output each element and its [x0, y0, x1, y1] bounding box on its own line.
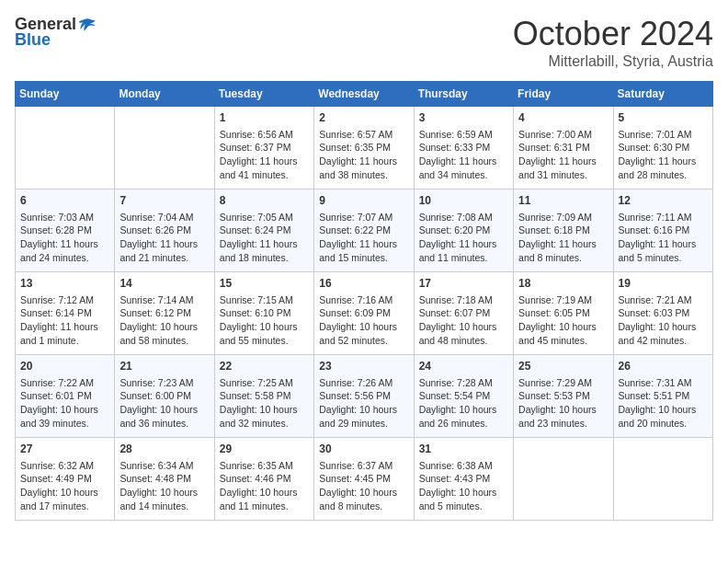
day-number: 19	[619, 276, 708, 292]
calendar-cell: 24Sunrise: 7:28 AM Sunset: 5:54 PM Dayli…	[414, 355, 513, 438]
calendar-cell: 21Sunrise: 7:23 AM Sunset: 6:00 PM Dayli…	[115, 355, 214, 438]
calendar-cell: 19Sunrise: 7:21 AM Sunset: 6:03 PM Dayli…	[613, 272, 712, 355]
weekday-header-friday: Friday	[514, 82, 613, 107]
calendar-cell: 12Sunrise: 7:11 AM Sunset: 6:16 PM Dayli…	[613, 190, 712, 272]
day-info: Sunrise: 7:16 AM Sunset: 6:09 PM Dayligh…	[319, 293, 408, 348]
day-info: Sunrise: 7:22 AM Sunset: 6:01 PM Dayligh…	[20, 376, 109, 431]
day-number: 25	[518, 359, 608, 374]
calendar-cell: 25Sunrise: 7:29 AM Sunset: 5:53 PM Dayli…	[514, 355, 613, 438]
weekday-header-monday: Monday	[115, 82, 214, 107]
day-info: Sunrise: 7:25 AM Sunset: 5:58 PM Dayligh…	[220, 376, 309, 431]
day-info: Sunrise: 7:19 AM Sunset: 6:05 PM Dayligh…	[518, 293, 608, 348]
day-info: Sunrise: 7:01 AM Sunset: 6:30 PM Dayligh…	[619, 128, 708, 182]
calendar-cell: 3Sunrise: 6:59 AM Sunset: 6:33 PM Daylig…	[414, 107, 513, 190]
calendar-cell: 9Sunrise: 7:07 AM Sunset: 6:22 PM Daylig…	[314, 190, 414, 272]
day-number: 29	[220, 442, 309, 457]
day-number: 30	[319, 442, 408, 457]
calendar-cell: 17Sunrise: 7:18 AM Sunset: 6:07 PM Dayli…	[414, 272, 513, 355]
day-number: 14	[119, 276, 209, 292]
day-number: 27	[20, 442, 109, 457]
calendar-cell: 29Sunrise: 6:35 AM Sunset: 4:46 PM Dayli…	[214, 438, 313, 521]
day-number: 26	[619, 359, 708, 374]
day-info: Sunrise: 6:59 AM Sunset: 6:33 PM Dayligh…	[419, 128, 508, 182]
day-number: 1	[220, 110, 309, 126]
day-info: Sunrise: 7:05 AM Sunset: 6:24 PM Dayligh…	[220, 211, 309, 265]
calendar-cell	[16, 107, 115, 190]
day-info: Sunrise: 6:37 AM Sunset: 4:45 PM Dayligh…	[319, 459, 408, 513]
calendar-cell: 18Sunrise: 7:19 AM Sunset: 6:05 PM Dayli…	[514, 272, 613, 355]
weekday-header-thursday: Thursday	[414, 82, 513, 107]
day-number: 21	[119, 359, 209, 374]
day-info: Sunrise: 6:35 AM Sunset: 4:46 PM Dayligh…	[220, 459, 309, 513]
calendar-week-row: 20Sunrise: 7:22 AM Sunset: 6:01 PM Dayli…	[16, 355, 713, 438]
logo-blue-text: Blue	[15, 30, 51, 50]
location-subtitle: Mitterlabill, Styria, Austria	[513, 53, 713, 70]
calendar-cell: 13Sunrise: 7:12 AM Sunset: 6:14 PM Dayli…	[16, 272, 115, 355]
calendar-cell: 10Sunrise: 7:08 AM Sunset: 6:20 PM Dayli…	[414, 190, 513, 272]
day-info: Sunrise: 7:15 AM Sunset: 6:10 PM Dayligh…	[220, 293, 309, 348]
calendar-week-row: 13Sunrise: 7:12 AM Sunset: 6:14 PM Dayli…	[16, 272, 713, 355]
calendar-cell	[115, 107, 214, 190]
calendar-cell: 6Sunrise: 7:03 AM Sunset: 6:28 PM Daylig…	[16, 190, 115, 272]
title-block: October 2024 Mitterlabill, Styria, Austr…	[513, 15, 713, 70]
day-number: 24	[419, 359, 508, 374]
calendar-week-row: 6Sunrise: 7:03 AM Sunset: 6:28 PM Daylig…	[16, 190, 713, 272]
day-number: 5	[619, 110, 708, 126]
day-number: 15	[220, 276, 309, 292]
day-info: Sunrise: 6:56 AM Sunset: 6:37 PM Dayligh…	[220, 128, 309, 182]
day-number: 13	[20, 276, 109, 292]
weekday-header-sunday: Sunday	[16, 82, 115, 107]
calendar-cell: 7Sunrise: 7:04 AM Sunset: 6:26 PM Daylig…	[115, 190, 214, 272]
day-number: 2	[319, 110, 408, 126]
day-number: 6	[20, 193, 109, 209]
day-number: 9	[319, 193, 408, 209]
day-info: Sunrise: 6:34 AM Sunset: 4:48 PM Dayligh…	[119, 459, 209, 513]
day-info: Sunrise: 7:18 AM Sunset: 6:07 PM Dayligh…	[419, 293, 508, 348]
day-number: 11	[518, 193, 608, 209]
day-number: 22	[220, 359, 309, 374]
day-number: 31	[419, 442, 508, 457]
month-title: October 2024	[513, 15, 713, 53]
logo: General Blue	[15, 15, 97, 50]
day-number: 17	[419, 276, 508, 292]
day-info: Sunrise: 7:11 AM Sunset: 6:16 PM Dayligh…	[619, 211, 708, 265]
calendar-cell: 26Sunrise: 7:31 AM Sunset: 5:51 PM Dayli…	[613, 355, 712, 438]
weekday-header-saturday: Saturday	[613, 82, 712, 107]
day-number: 10	[419, 193, 508, 209]
calendar-week-row: 27Sunrise: 6:32 AM Sunset: 4:49 PM Dayli…	[16, 438, 713, 521]
calendar-cell: 15Sunrise: 7:15 AM Sunset: 6:10 PM Dayli…	[214, 272, 313, 355]
day-number: 16	[319, 276, 408, 292]
day-number: 8	[220, 193, 309, 209]
weekday-header-row: SundayMondayTuesdayWednesdayThursdayFrid…	[16, 82, 713, 107]
calendar-cell: 27Sunrise: 6:32 AM Sunset: 4:49 PM Dayli…	[16, 438, 115, 521]
calendar-cell: 11Sunrise: 7:09 AM Sunset: 6:18 PM Dayli…	[514, 190, 613, 272]
calendar-cell: 20Sunrise: 7:22 AM Sunset: 6:01 PM Dayli…	[16, 355, 115, 438]
day-info: Sunrise: 7:00 AM Sunset: 6:31 PM Dayligh…	[518, 128, 608, 182]
day-info: Sunrise: 7:03 AM Sunset: 6:28 PM Dayligh…	[20, 211, 109, 265]
calendar-cell: 22Sunrise: 7:25 AM Sunset: 5:58 PM Dayli…	[214, 355, 313, 438]
logo-bird-icon	[78, 16, 97, 34]
calendar-cell: 28Sunrise: 6:34 AM Sunset: 4:48 PM Dayli…	[115, 438, 214, 521]
calendar-cell: 1Sunrise: 6:56 AM Sunset: 6:37 PM Daylig…	[214, 107, 313, 190]
day-number: 7	[119, 193, 209, 209]
day-info: Sunrise: 7:14 AM Sunset: 6:12 PM Dayligh…	[119, 293, 209, 348]
day-info: Sunrise: 7:07 AM Sunset: 6:22 PM Dayligh…	[319, 211, 408, 265]
day-info: Sunrise: 7:04 AM Sunset: 6:26 PM Dayligh…	[119, 211, 209, 265]
calendar-cell: 31Sunrise: 6:38 AM Sunset: 4:43 PM Dayli…	[414, 438, 513, 521]
day-number: 3	[419, 110, 508, 126]
day-number: 4	[518, 110, 608, 126]
calendar-cell: 2Sunrise: 6:57 AM Sunset: 6:35 PM Daylig…	[314, 107, 414, 190]
day-number: 18	[518, 276, 608, 292]
calendar-cell: 5Sunrise: 7:01 AM Sunset: 6:30 PM Daylig…	[613, 107, 712, 190]
day-info: Sunrise: 6:32 AM Sunset: 4:49 PM Dayligh…	[20, 459, 109, 513]
day-info: Sunrise: 7:28 AM Sunset: 5:54 PM Dayligh…	[419, 376, 508, 431]
day-info: Sunrise: 6:57 AM Sunset: 6:35 PM Dayligh…	[319, 128, 408, 182]
day-number: 12	[619, 193, 708, 209]
day-number: 28	[119, 442, 209, 457]
day-info: Sunrise: 7:23 AM Sunset: 6:00 PM Dayligh…	[119, 376, 209, 431]
day-info: Sunrise: 7:26 AM Sunset: 5:56 PM Dayligh…	[319, 376, 408, 431]
day-number: 20	[20, 359, 109, 374]
calendar-table: SundayMondayTuesdayWednesdayThursdayFrid…	[15, 81, 713, 521]
calendar-cell: 8Sunrise: 7:05 AM Sunset: 6:24 PM Daylig…	[214, 190, 313, 272]
calendar-week-row: 1Sunrise: 6:56 AM Sunset: 6:37 PM Daylig…	[16, 107, 713, 190]
